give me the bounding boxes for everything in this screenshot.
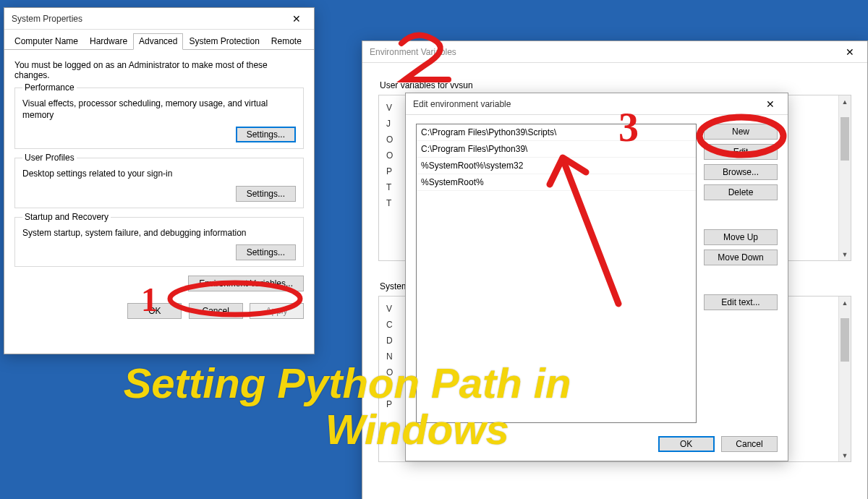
- editenv-side-buttons: New Edit Browse... Delete Move Up Move D…: [704, 124, 778, 423]
- close-icon[interactable]: ✕: [282, 9, 311, 29]
- performance-settings-button[interactable]: Settings...: [236, 127, 296, 142]
- edit-button[interactable]: Edit: [704, 144, 778, 160]
- path-entry[interactable]: C:\Program Files\Python39\: [417, 141, 696, 158]
- path-entry[interactable]: C:\Program Files\Python39\Scripts\: [417, 124, 696, 141]
- scroll-thumb[interactable]: [841, 117, 849, 161]
- startup-settings-button[interactable]: Settings...: [236, 244, 296, 260]
- edit-text-button[interactable]: Edit text...: [704, 294, 778, 310]
- user-profiles-text: Desktop settings related to your sign-in: [22, 169, 296, 180]
- close-icon[interactable]: ✕: [756, 94, 785, 114]
- scroll-thumb[interactable]: [841, 318, 849, 362]
- scroll-up-icon[interactable]: ▲: [839, 95, 851, 108]
- ok-button[interactable]: OK: [127, 303, 182, 319]
- tutorial-caption: Setting Python Path in Windows: [29, 360, 665, 453]
- tab-remote[interactable]: Remote: [265, 33, 307, 50]
- path-entry[interactable]: %SystemRoot%: [417, 174, 696, 191]
- scroll-down-icon[interactable]: ▼: [839, 449, 851, 461]
- scroll-up-icon[interactable]: ▲: [839, 297, 851, 309]
- editenv-titlebar: Edit environment variable ✕: [406, 93, 788, 115]
- cancel-button[interactable]: Cancel: [189, 303, 243, 319]
- scrollbar[interactable]: ▲ ▼: [838, 297, 851, 461]
- sysprops-title: System Properties: [12, 14, 282, 24]
- scroll-down-icon[interactable]: ▼: [839, 248, 851, 260]
- cancel-button[interactable]: Cancel: [721, 436, 778, 452]
- editenv-title: Edit environment variable: [413, 99, 756, 109]
- path-entry[interactable]: %SystemRoot%\system32: [417, 158, 696, 174]
- performance-group: Performance Visual effects, processor sc…: [14, 88, 304, 149]
- delete-button[interactable]: Delete: [704, 184, 778, 200]
- move-down-button[interactable]: Move Down: [704, 250, 778, 265]
- system-properties-dialog: System Properties ✕ Computer Name Hardwa…: [4, 7, 315, 354]
- user-profiles-settings-button[interactable]: Settings...: [236, 186, 296, 202]
- startup-text: System startup, system failure, and debu…: [22, 228, 296, 239]
- tab-system-protection[interactable]: System Protection: [183, 33, 265, 50]
- browse-button[interactable]: Browse...: [704, 164, 778, 180]
- sysprops-tabs: Computer Name Hardware Advanced System P…: [4, 30, 314, 50]
- sysprops-titlebar: System Properties ✕: [4, 8, 314, 30]
- performance-title: Performance: [22, 82, 77, 93]
- envvars-titlebar: Environment Variables ✕: [362, 41, 867, 63]
- tab-computer-name[interactable]: Computer Name: [9, 33, 84, 50]
- close-icon[interactable]: ✕: [835, 42, 864, 62]
- user-variables-label: User variables for vvsun: [380, 80, 851, 90]
- performance-text: Visual effects, processor scheduling, me…: [22, 98, 296, 121]
- move-up-button[interactable]: Move Up: [704, 229, 778, 245]
- envvars-title: Environment Variables: [370, 47, 835, 57]
- user-profiles-title: User Profiles: [22, 153, 77, 163]
- apply-button: Apply: [250, 303, 304, 319]
- startup-title: Startup and Recovery: [22, 212, 111, 222]
- sysprops-intro: You must be logged on as an Administrato…: [14, 60, 304, 80]
- tab-hardware[interactable]: Hardware: [84, 33, 133, 50]
- ok-button[interactable]: OK: [658, 436, 715, 452]
- new-button[interactable]: New: [704, 124, 778, 140]
- startup-recovery-group: Startup and Recovery System startup, sys…: [14, 217, 304, 268]
- scrollbar[interactable]: ▲ ▼: [838, 95, 851, 260]
- environment-variables-button[interactable]: Environment Variables...: [188, 276, 304, 291]
- tab-advanced[interactable]: Advanced: [133, 33, 183, 50]
- sysprops-footer: OK Cancel Apply: [4, 297, 314, 328]
- user-profiles-group: User Profiles Desktop settings related t…: [14, 158, 304, 208]
